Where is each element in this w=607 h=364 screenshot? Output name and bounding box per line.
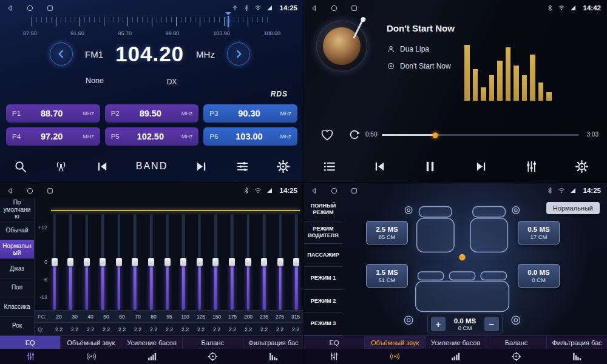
slider-handle[interactable] [293, 258, 299, 266]
favorite-icon[interactable] [320, 127, 334, 142]
bass-tab-icon[interactable] [426, 349, 486, 364]
tab-surround[interactable]: Объёмный звук [365, 336, 426, 349]
eq-preset-item[interactable]: Поп [0, 278, 34, 297]
eq-band-slider[interactable] [51, 214, 58, 310]
tab-bass[interactable]: Усиление басов [121, 336, 182, 349]
balance-tab-icon[interactable] [182, 349, 243, 364]
slider-handle[interactable] [261, 258, 267, 266]
slider-handle[interactable] [277, 258, 283, 266]
eq-band-slider[interactable] [277, 214, 283, 310]
broadcast-icon[interactable] [54, 160, 68, 174]
eq-band-slider[interactable] [164, 214, 171, 310]
home-icon[interactable] [26, 4, 34, 12]
surround-mode-6[interactable]: РЕЖИМ 3 [304, 312, 342, 335]
repeat-icon[interactable] [348, 128, 361, 141]
home-icon[interactable] [330, 4, 338, 12]
eq-band-slider[interactable] [83, 214, 90, 310]
surround-mode-3[interactable]: ПАССАЖИР [304, 244, 342, 267]
surround-mode-2[interactable]: РЕЖИМ ВОДИТЕЛЯ [304, 221, 342, 244]
previous-track-icon[interactable] [373, 160, 387, 174]
surround-mode-5[interactable]: РЕЖИМ 2 [304, 290, 342, 313]
eq-tab-icon[interactable] [0, 349, 61, 364]
eq-band-slider[interactable] [245, 214, 251, 310]
slider-handle[interactable] [52, 258, 58, 266]
previous-station-icon[interactable] [95, 160, 109, 174]
eq-band-slider[interactable] [261, 214, 268, 310]
tab-balance[interactable]: Баланс [486, 336, 547, 349]
progress-thumb[interactable] [432, 132, 438, 138]
settings-gear-icon[interactable] [575, 160, 589, 174]
delay-box-front-right[interactable]: 0.5 MS 17 CM [518, 221, 560, 244]
tab-eq[interactable]: EQ [0, 336, 61, 349]
eq-preset-item[interactable]: По умолчанию [0, 198, 34, 221]
slider-handle[interactable] [164, 258, 171, 266]
radio-preset-p4[interactable]: P497.20MHz [6, 127, 100, 146]
slider-handle[interactable] [212, 258, 219, 266]
back-icon[interactable] [310, 187, 318, 195]
eq-preset-item[interactable]: Обычай [0, 221, 34, 240]
eq-band-slider[interactable] [196, 214, 203, 310]
eq-band-slider[interactable] [293, 214, 300, 310]
surround-mode-4[interactable]: РЕЖИМ 1 [304, 267, 342, 290]
recents-icon[interactable] [350, 187, 358, 195]
radio-preset-p5[interactable]: P5102.50MHz [105, 127, 199, 146]
increase-delay-button[interactable]: + [431, 317, 446, 331]
radio-preset-p3[interactable]: P390.30MHz [203, 104, 297, 123]
tab-balance[interactable]: Баланс [183, 336, 243, 349]
seek-up-button[interactable] [227, 42, 250, 66]
search-icon[interactable] [13, 160, 27, 174]
radio-preset-p2[interactable]: P289.50MHz [105, 104, 199, 123]
delay-box-front-left[interactable]: 2.5 MS 85 CM [366, 221, 408, 244]
eq-band-slider[interactable] [115, 214, 122, 310]
bass-tab-icon[interactable] [121, 349, 182, 364]
back-icon[interactable] [6, 187, 14, 195]
seek-down-button[interactable] [50, 42, 73, 66]
slider-handle[interactable] [245, 258, 251, 266]
tab-filter[interactable]: Фильтрация бас [547, 336, 607, 349]
eq-band-slider[interactable] [100, 214, 106, 310]
progress-bar[interactable] [382, 134, 579, 136]
next-track-icon[interactable] [474, 160, 488, 174]
back-icon[interactable] [6, 4, 14, 12]
balance-tab-icon[interactable] [486, 349, 546, 364]
tab-surround[interactable]: Объёмный звук [61, 336, 121, 349]
slider-handle[interactable] [132, 258, 138, 266]
home-icon[interactable] [330, 187, 338, 195]
settings-gear-icon[interactable] [276, 160, 290, 174]
radio-preset-p1[interactable]: P188.70MHz [6, 104, 100, 123]
eq-band-slider[interactable] [132, 214, 138, 310]
recents-icon[interactable] [46, 4, 54, 12]
surround-mode-1[interactable]: ПОЛНЫЙ РЕЖИМ [304, 198, 342, 221]
eq-band-slider[interactable] [67, 214, 74, 310]
eq-band-slider[interactable] [148, 214, 155, 310]
eq-tab-icon[interactable] [304, 349, 365, 364]
album-art[interactable] [316, 21, 367, 72]
next-station-icon[interactable] [194, 160, 208, 174]
filter-tab-icon[interactable] [546, 349, 607, 364]
eq-preset-item[interactable]: Классика [0, 297, 34, 316]
eq-band-slider[interactable] [229, 214, 236, 310]
delay-box-rear-right[interactable]: 0.0 MS 0 CM [518, 264, 560, 288]
slider-handle[interactable] [197, 258, 203, 266]
equalizer-icon[interactable] [524, 160, 538, 174]
band-button[interactable]: BAND [136, 161, 168, 172]
filter-tab-icon[interactable] [243, 349, 304, 364]
eq-preset-item[interactable]: Джаз [0, 259, 34, 278]
pause-icon[interactable] [423, 160, 437, 174]
recents-icon[interactable] [350, 4, 358, 12]
tab-filter[interactable]: Фильтрация бас [243, 336, 304, 349]
eq-preset-item[interactable]: Рок [0, 317, 34, 335]
delay-box-rear-left[interactable]: 1.5 MS 51 CM [366, 264, 408, 288]
slider-handle[interactable] [180, 258, 186, 266]
slider-handle[interactable] [116, 258, 122, 266]
tab-eq[interactable]: EQ [304, 336, 365, 349]
eq-band-slider[interactable] [180, 214, 187, 310]
radio-preset-p6[interactable]: P6103.00MHz [203, 127, 297, 146]
decrease-delay-button[interactable]: − [484, 317, 499, 331]
recents-icon[interactable] [46, 187, 54, 195]
eq-band-slider[interactable] [212, 214, 219, 310]
surround-tab-icon[interactable] [365, 349, 426, 364]
eq-preset-item[interactable]: Нормальный [0, 240, 34, 259]
slider-handle[interactable] [84, 258, 90, 266]
slider-handle[interactable] [67, 258, 73, 266]
